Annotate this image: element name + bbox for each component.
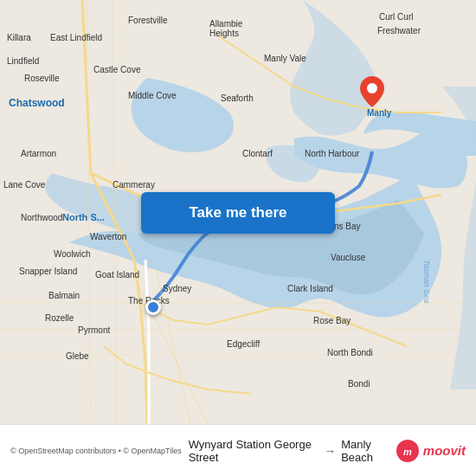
moovit-icon: m (396, 439, 420, 463)
svg-text:Tasman Sea: Tasman Sea (422, 260, 431, 303)
destination-pin (360, 76, 384, 107)
bottom-bar: © OpenStreetMap contributors • © OpenMap… (0, 424, 476, 476)
map-container: Tasman Sea Forestville Killara East Lind… (0, 0, 476, 424)
svg-point-9 (367, 83, 377, 93)
moovit-text: moovit (423, 443, 466, 458)
route-info: Wynyard Station George Street → Manly Be… (189, 438, 396, 464)
origin-label: Wynyard Station George Street (189, 438, 319, 464)
origin-pin (145, 299, 161, 315)
take-me-there-button[interactable]: Take me there (141, 192, 335, 234)
destination-label: Manly Beach (341, 438, 396, 464)
attribution-text: © OpenStreetMap contributors • © OpenMap… (10, 447, 182, 455)
arrow-icon: → (324, 444, 336, 458)
svg-text:m: m (403, 447, 412, 457)
moovit-logo: m moovit (396, 439, 466, 463)
